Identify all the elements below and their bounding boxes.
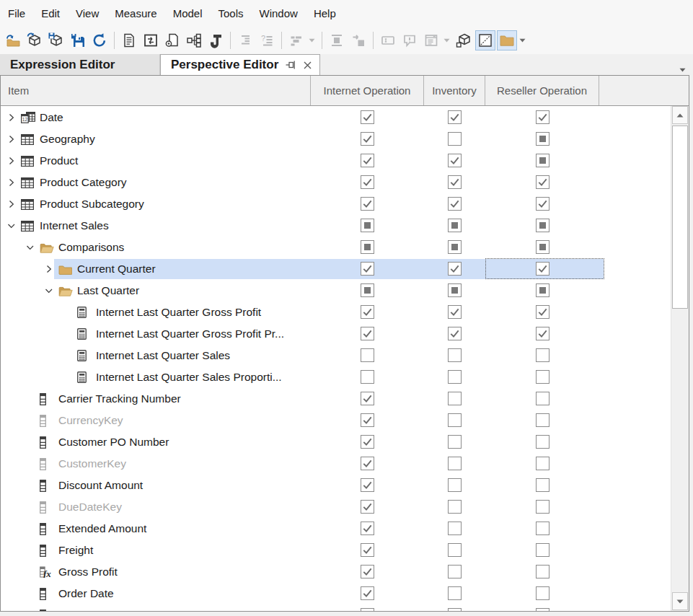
menu-item-edit[interactable]: Edit <box>33 1 68 25</box>
toolbar-button-move-into[interactable] <box>348 30 368 50</box>
chevron-right-icon[interactable] <box>6 193 21 215</box>
checkbox-inventory-mixed[interactable] <box>448 219 462 232</box>
checkbox-reseller-operation-unchecked[interactable] <box>536 565 549 578</box>
column-header-reseller-operation[interactable]: Reseller Operation <box>485 76 599 105</box>
checkbox-internet-operation-checked[interactable] <box>361 565 374 578</box>
checkbox-inventory-checked[interactable] <box>448 262 462 276</box>
checkbox-reseller-operation-unchecked[interactable] <box>536 370 549 384</box>
tree-row-current-quarter[interactable]: Current Quarter <box>1 258 671 280</box>
checkbox-inventory-unchecked[interactable] <box>448 522 462 535</box>
menu-item-help[interactable]: Help <box>306 1 344 25</box>
checkbox-reseller-operation-unchecked[interactable] <box>536 435 549 449</box>
checkbox-reseller-operation-unchecked[interactable] <box>536 392 549 405</box>
toolbar-button-listbox[interactable] <box>421 30 441 50</box>
checkbox-reseller-operation-unchecked[interactable] <box>536 478 549 492</box>
tree-row-internet-sales[interactable]: Internet Sales <box>1 215 671 237</box>
chevron-right-icon[interactable] <box>44 258 58 280</box>
checkbox-inventory-checked[interactable] <box>448 175 462 189</box>
checkbox-inventory-unchecked[interactable] <box>448 413 462 427</box>
checkbox-inventory-checked[interactable] <box>448 327 462 340</box>
toolbar-button-script[interactable] <box>206 30 226 50</box>
checkbox-reseller-operation-mixed[interactable] <box>536 154 549 167</box>
scroll-down-button[interactable] <box>672 592 688 610</box>
tree-row-customerkey[interactable]: CustomerKey <box>1 453 671 475</box>
chevron-right-icon[interactable] <box>6 128 21 150</box>
tree-row-extended-amount[interactable]: Extended Amount <box>1 518 671 540</box>
tree-row-duedatekey[interactable]: DueDateKey <box>1 496 671 518</box>
checkbox-inventory-unchecked[interactable] <box>448 478 462 492</box>
tree-row-currencykey[interactable]: CurrencyKey <box>1 410 671 431</box>
checkbox-inventory-checked[interactable] <box>448 154 462 167</box>
chevron-right-icon[interactable] <box>6 172 21 193</box>
checkbox-internet-operation-checked[interactable] <box>361 110 374 124</box>
toolbar-button-format-dax-alt[interactable]: ? <box>257 30 277 50</box>
toolbar-button-refresh-model[interactable] <box>89 30 110 50</box>
checkbox-internet-operation-checked[interactable] <box>361 305 374 319</box>
checkbox-internet-operation-mixed[interactable] <box>361 219 374 232</box>
tab-list-caret-icon[interactable] <box>679 62 686 75</box>
menu-item-file[interactable]: File <box>0 1 33 25</box>
checkbox-reseller-operation-unchecked[interactable] <box>536 457 549 470</box>
chevron-right-icon[interactable] <box>6 150 21 172</box>
checkbox-internet-operation-checked[interactable] <box>361 413 374 427</box>
checkbox-internet-operation-checked[interactable] <box>361 132 374 146</box>
dropdown-caret-icon[interactable] <box>307 30 317 50</box>
checkbox-inventory-unchecked[interactable] <box>448 132 462 146</box>
tree-row-gross-profit[interactable]: fxGross Profit <box>1 561 671 583</box>
checkbox-inventory-unchecked[interactable] <box>448 586 462 600</box>
checkbox-inventory-unchecked[interactable] <box>448 392 462 405</box>
checkbox-inventory-unchecked[interactable] <box>448 608 462 611</box>
toolbar-button-display-folder[interactable] <box>497 30 517 50</box>
tree-row-comparisons[interactable]: Comparisons <box>1 237 671 258</box>
menu-item-model[interactable]: Model <box>165 1 211 25</box>
checkbox-internet-operation-checked[interactable] <box>361 392 374 405</box>
toolbar-button-new-hierarchy[interactable] <box>184 30 204 50</box>
chevron-down-icon[interactable] <box>6 215 21 237</box>
checkbox-internet-operation-checked[interactable] <box>361 262 374 276</box>
checkbox-internet-operation-checked[interactable] <box>361 435 374 449</box>
tree-row-last-quarter[interactable]: Last Quarter <box>1 280 671 302</box>
checkbox-internet-operation-mixed[interactable] <box>361 283 374 297</box>
column-header-filler[interactable] <box>599 76 689 105</box>
checkbox-reseller-operation-mixed[interactable] <box>536 240 549 254</box>
checkbox-internet-operation-checked[interactable] <box>361 175 374 189</box>
checkbox-internet-operation-checked[interactable] <box>361 500 374 514</box>
tree-row-carrier-tracking-number[interactable]: Carrier Tracking Number <box>1 388 671 410</box>
column-header-internet-operation[interactable]: Internet Operation <box>311 76 424 105</box>
checkbox-internet-operation-checked[interactable] <box>361 197 374 211</box>
checkbox-reseller-operation-checked[interactable] <box>536 327 549 340</box>
checkbox-reseller-operation-mixed[interactable] <box>536 132 549 146</box>
menu-item-window[interactable]: Window <box>252 1 306 25</box>
pin-icon[interactable] <box>285 60 296 70</box>
tree-row-discount-amount[interactable]: Discount Amount <box>1 475 671 496</box>
checkbox-inventory-unchecked[interactable] <box>448 543 462 557</box>
checkbox-inventory-checked[interactable] <box>448 197 462 211</box>
tree-row-order-quantity[interactable]: Order Quantity <box>1 604 671 611</box>
checkbox-inventory-unchecked[interactable] <box>448 457 462 470</box>
tree-row-internet-last-quarter-sales-proporti[interactable]: Internet Last Quarter Sales Proporti... <box>1 366 671 388</box>
tree-row-product-category[interactable]: Product Category <box>1 172 671 193</box>
checkbox-reseller-operation-unchecked[interactable] <box>536 522 549 535</box>
checkbox-reseller-operation-unchecked[interactable] <box>536 608 549 611</box>
tab-perspective-editor[interactable]: Perspective Editor <box>160 54 320 75</box>
checkbox-inventory-mixed[interactable] <box>448 240 462 254</box>
checkbox-internet-operation-mixed[interactable] <box>361 240 374 254</box>
chevron-down-icon[interactable] <box>44 280 58 302</box>
tree-row-internet-last-quarter-sales[interactable]: Internet Last Quarter Sales <box>1 345 671 366</box>
toolbar-button-callout[interactable] <box>400 30 420 50</box>
checkbox-reseller-operation-checked[interactable] <box>536 175 549 189</box>
toolbar-button-open-model-folder[interactable] <box>3 30 23 50</box>
checkbox-internet-operation-checked[interactable] <box>361 154 374 167</box>
checkbox-reseller-operation-unchecked[interactable] <box>536 413 549 427</box>
checkbox-internet-operation-checked[interactable] <box>361 478 374 492</box>
chevron-down-icon[interactable] <box>25 237 40 258</box>
toolbar-button-align-middle[interactable] <box>327 30 347 50</box>
scroll-up-button[interactable] <box>672 106 688 124</box>
checkbox-reseller-operation-checked[interactable] <box>536 197 549 211</box>
tree-row-internet-last-quarter-gross-profit-pr[interactable]: Internet Last Quarter Gross Profit Pr... <box>1 323 671 345</box>
checkbox-reseller-operation-mixed[interactable] <box>536 219 549 232</box>
toolbar-button-display-blocks[interactable] <box>286 30 306 50</box>
checkbox-internet-operation-checked[interactable] <box>361 522 374 535</box>
checkbox-internet-operation-checked[interactable] <box>361 608 374 611</box>
checkbox-internet-operation-checked[interactable] <box>361 457 374 470</box>
